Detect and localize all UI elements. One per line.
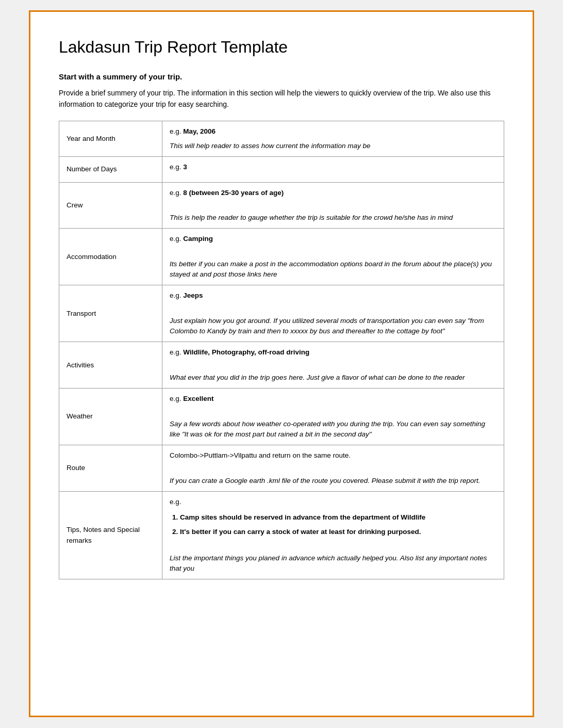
page-title: Lakdasun Trip Report Template bbox=[59, 38, 504, 57]
example-activities: e.g. Wildlife, Photography, off-road dri… bbox=[170, 347, 496, 358]
tips-list-item-1: Camp sites should be reserved in advance… bbox=[180, 511, 496, 524]
example-year-month: e.g. May, 2006 bbox=[170, 126, 496, 137]
table-row: Route Colombo->Puttlam->Vilpattu and ret… bbox=[59, 445, 504, 492]
table-row: Weather e.g. Excellent Say a few words a… bbox=[59, 389, 504, 445]
example-accommodation: e.g. Camping bbox=[170, 234, 496, 244]
tips-list-item-2: It's better if you can carry a stock of … bbox=[180, 526, 496, 538]
table-row: Number of Days e.g. 3 bbox=[59, 157, 504, 182]
example-transport: e.g. Jeeps bbox=[170, 290, 496, 301]
example-number-of-days: e.g. 3 bbox=[170, 162, 496, 172]
page-container: Lakdasun Trip Report Template Start with… bbox=[29, 10, 534, 717]
table-row: Tips, Notes and Special remarks e.g. Cam… bbox=[59, 491, 504, 579]
note-transport: Just explain how you got around. If you … bbox=[170, 316, 496, 337]
table-row: Crew e.g. 8 (between 25-30 years of age)… bbox=[59, 182, 504, 229]
example-tips: e.g. bbox=[170, 497, 496, 507]
example-crew: e.g. 8 (between 25-30 years of age) bbox=[170, 188, 496, 198]
content-number-of-days: e.g. 3 bbox=[162, 157, 504, 182]
label-tips: Tips, Notes and Special remarks bbox=[59, 491, 162, 579]
label-crew: Crew bbox=[59, 182, 162, 229]
content-tips: e.g. Camp sites should be reserved in ad… bbox=[162, 491, 504, 579]
note-year-month: This will help reader to asses how curre… bbox=[170, 141, 496, 151]
note-accommodation: Its better if you can make a post in the… bbox=[170, 259, 496, 280]
content-transport: e.g. Jeeps Just explain how you got arou… bbox=[162, 285, 504, 342]
example-weather: e.g. Excellent bbox=[170, 394, 496, 404]
note-weather: Say a few words about how weather co-ope… bbox=[170, 419, 496, 440]
table-row: Transport e.g. Jeeps Just explain how yo… bbox=[59, 285, 504, 342]
label-year-month: Year and Month bbox=[59, 121, 162, 157]
label-transport: Transport bbox=[59, 285, 162, 342]
note-activities: What ever that you did in the trip goes … bbox=[170, 373, 496, 383]
example-route: Colombo->Puttlam->Vilpattu and return on… bbox=[170, 450, 496, 461]
tips-ordered-list: Camp sites should be reserved in advance… bbox=[180, 511, 496, 539]
table-row: Year and Month e.g. May, 2006 This will … bbox=[59, 121, 504, 157]
note-route: If you can crate a Google earth .kml fil… bbox=[170, 476, 496, 486]
content-accommodation: e.g. Camping Its better if you can make … bbox=[162, 229, 504, 285]
section-heading: Start with a summery of your trip. bbox=[59, 72, 504, 81]
label-route: Route bbox=[59, 445, 162, 492]
content-year-month: e.g. May, 2006 This will help reader to … bbox=[162, 121, 504, 157]
label-weather: Weather bbox=[59, 389, 162, 445]
content-weather: e.g. Excellent Say a few words about how… bbox=[162, 389, 504, 445]
label-number-of-days: Number of Days bbox=[59, 157, 162, 182]
content-crew: e.g. 8 (between 25-30 years of age) This… bbox=[162, 182, 504, 229]
note-crew: This is help the reader to gauge whether… bbox=[170, 213, 496, 223]
label-accommodation: Accommodation bbox=[59, 229, 162, 285]
content-activities: e.g. Wildlife, Photography, off-road dri… bbox=[162, 342, 504, 389]
label-activities: Activities bbox=[59, 342, 162, 389]
table-row: Activities e.g. Wildlife, Photography, o… bbox=[59, 342, 504, 389]
note-tips: List the important things you planed in … bbox=[170, 553, 496, 574]
table-row: Accommodation e.g. Camping Its better if… bbox=[59, 229, 504, 285]
intro-text: Provide a brief summery of your trip. Th… bbox=[59, 87, 504, 110]
summary-table: Year and Month e.g. May, 2006 This will … bbox=[59, 121, 504, 580]
content-route: Colombo->Puttlam->Vilpattu and return on… bbox=[162, 445, 504, 492]
